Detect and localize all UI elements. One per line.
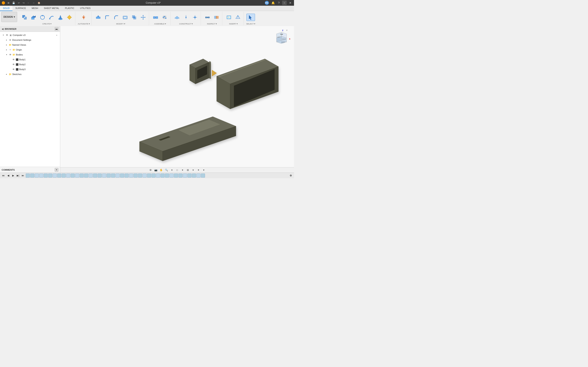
revolve-btn[interactable] <box>38 14 47 21</box>
tab-surface[interactable]: SURFACE <box>12 6 29 11</box>
tree-item-sketches[interactable]: ▸ 📁 Sketches <box>0 72 60 77</box>
help-btn[interactable]: ? <box>277 1 281 5</box>
timeline-step[interactable] <box>107 174 111 178</box>
timeline-step[interactable] <box>57 174 61 178</box>
redo-btn[interactable]: ↪ <box>21 1 26 5</box>
tab-mesh[interactable]: MESH <box>29 6 41 11</box>
timeline-step[interactable] <box>62 174 66 178</box>
save-btn[interactable]: 💾 <box>11 1 16 5</box>
timeline-step[interactable] <box>151 174 156 178</box>
timeline-first-btn[interactable]: ⏮ <box>1 174 5 178</box>
forward-btn[interactable]: → <box>31 1 36 5</box>
timeline-step[interactable] <box>44 174 48 178</box>
undo-btn[interactable]: ↩ <box>17 1 21 5</box>
new-tab-btn[interactable]: + <box>282 1 287 5</box>
grid-settings-btn[interactable]: ⚙ <box>148 168 153 172</box>
timeline-step[interactable] <box>174 174 178 178</box>
timeline-step[interactable] <box>89 174 93 178</box>
push-pull-btn[interactable] <box>94 14 102 21</box>
tree-item-body3[interactable]: 👁 ⬛ Body3 <box>0 67 60 72</box>
zoom-btn[interactable]: 🔍 <box>164 168 169 172</box>
tree-item-bodies[interactable]: ▾ 👁 📁 Bodies <box>0 52 60 57</box>
point-btn[interactable] <box>191 14 199 21</box>
timeline-step[interactable] <box>35 174 39 178</box>
new-component-btn[interactable] <box>20 14 29 21</box>
select-group-label[interactable]: SELECT ▾ <box>246 23 255 25</box>
tree-item-named-views[interactable]: ▸ 📁 Named Views <box>0 42 60 47</box>
measure-btn[interactable] <box>203 14 212 21</box>
eye-icon-root[interactable]: 👁 <box>5 33 9 37</box>
close-btn[interactable]: ✕ <box>288 1 292 5</box>
tree-item-body2[interactable]: 👁 ⬛ Body2 <box>0 62 60 67</box>
timeline-step[interactable] <box>192 174 196 178</box>
timeline-prev-btn[interactable]: ◀ <box>6 174 10 178</box>
comments-add-btn[interactable]: + <box>55 168 58 172</box>
display-mode-btn[interactable]: □ <box>175 168 180 172</box>
interference-btn[interactable] <box>212 14 221 21</box>
timeline-step[interactable] <box>178 174 182 178</box>
assemble-group-label[interactable]: ASSEMBLE ▾ <box>154 23 166 25</box>
insert-mesh-btn[interactable] <box>234 14 242 21</box>
axis-btn[interactable] <box>182 14 190 21</box>
eye-icon-body2[interactable]: 👁 <box>12 63 15 66</box>
construct-group-label[interactable]: CONSTRUCT ▾ <box>179 23 193 25</box>
browser-back-icon[interactable]: ◀ <box>2 27 3 30</box>
viewport[interactable]: Z X Y TOP LEFT RIGHT BACK <box>60 26 294 173</box>
timeline-step[interactable] <box>116 174 120 178</box>
timeline-step[interactable] <box>201 174 205 178</box>
timeline-step[interactable] <box>75 174 79 178</box>
tab-plastic[interactable]: PLASTIC <box>62 6 77 11</box>
automate-group-label[interactable]: AUTOMATE ▾ <box>78 23 90 25</box>
timeline-step[interactable] <box>147 174 151 178</box>
view-cube[interactable]: Z X Y TOP LEFT RIGHT BACK <box>274 29 291 46</box>
tab-solid[interactable]: SOLID <box>0 6 12 11</box>
timeline-last-btn[interactable]: ⏭ <box>21 174 25 178</box>
eye-icon-body1[interactable]: 👁 <box>12 58 15 61</box>
insert-canvas-btn[interactable] <box>225 14 233 21</box>
tree-arrow-root[interactable]: ▾ <box>2 33 5 37</box>
timeline-step[interactable] <box>80 174 84 178</box>
tree-item-body1[interactable]: 👁 ⬛ Body1 <box>0 57 60 62</box>
timeline-step[interactable] <box>93 174 97 178</box>
tree-arrow-origin[interactable]: ▸ <box>5 48 8 51</box>
plane-btn[interactable] <box>173 14 181 21</box>
grid-btn[interactable]: ⊞ <box>186 168 190 172</box>
back-btn[interactable]: ← <box>26 1 31 5</box>
eye-icon-body3[interactable]: 👁 <box>12 68 15 71</box>
insert-group-label[interactable]: INSERT ▾ <box>229 23 238 25</box>
loft-btn[interactable] <box>56 14 65 21</box>
timeline-step[interactable] <box>39 174 43 178</box>
tree-arrow-doc-settings[interactable]: ▸ <box>5 38 8 42</box>
timeline-play-btn[interactable]: ▶ <box>11 174 15 178</box>
effects-chevron-btn[interactable]: ▾ <box>201 168 206 172</box>
joint-btn[interactable] <box>160 14 169 21</box>
tree-item-doc-settings[interactable]: ▸ ⚙ Document Settings <box>0 38 60 42</box>
shell-btn[interactable] <box>121 14 129 21</box>
select-btn[interactable] <box>246 14 255 21</box>
browser-collapse-btn[interactable]: ▬ <box>55 27 58 31</box>
tree-arrow-sketches[interactable]: ▸ <box>5 73 8 76</box>
extrude-btn[interactable] <box>29 14 38 21</box>
timeline-step[interactable] <box>183 174 187 178</box>
timeline-step[interactable] <box>187 174 191 178</box>
sweep-btn[interactable] <box>47 14 56 21</box>
grid-menu-btn[interactable]: ⊞ <box>6 1 11 5</box>
camera-btn[interactable]: 📷 <box>154 168 158 172</box>
modify-group-label[interactable]: MODIFY ▾ <box>116 23 125 25</box>
timeline-step[interactable] <box>165 174 169 178</box>
effects-btn[interactable]: ✦ <box>196 168 201 172</box>
assemble-btn[interactable] <box>151 14 160 21</box>
timeline-step[interactable] <box>169 174 173 178</box>
automate-btn[interactable] <box>80 14 88 21</box>
timeline-step[interactable] <box>125 174 129 178</box>
timeline-next-btn[interactable]: ▶| <box>16 174 20 178</box>
timeline-step[interactable] <box>134 174 138 178</box>
create-group-label[interactable]: CREATE ▾ <box>43 23 52 25</box>
tab-utilities[interactable]: UTILITIES <box>77 6 93 11</box>
bell-btn[interactable]: 🔔 <box>270 1 276 5</box>
eye-icon-origin[interactable]: 👁 <box>9 48 12 51</box>
timeline-step[interactable] <box>26 174 30 178</box>
timeline-step[interactable] <box>111 174 115 178</box>
timeline-step[interactable] <box>160 174 164 178</box>
eye-icon-bodies[interactable]: 👁 <box>9 53 12 56</box>
